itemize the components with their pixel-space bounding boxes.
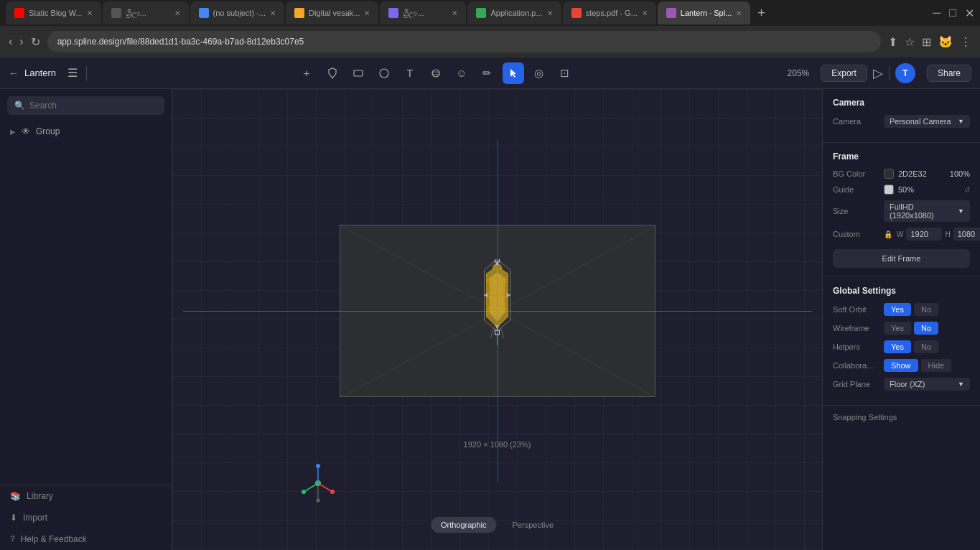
canvas-area[interactable]: 1920 × 1080 (23%) Orthographic (172, 89, 822, 550)
refresh-button[interactable]: ↻ (31, 35, 40, 49)
sidebar-item-group[interactable]: ▶ 👁 Group (0, 122, 172, 141)
wireframe-no-button[interactable]: No (914, 322, 938, 335)
path-tool-button[interactable]: ◎ (528, 62, 550, 84)
profile-icon[interactable]: 🐱 (938, 35, 953, 49)
app: ← Lantern ☰ + T ☺ ✏ (0, 57, 980, 550)
rectangle-tool-button[interactable] (347, 62, 369, 84)
tab-gpdf[interactable]: steps.pdf - G... ✕ (563, 1, 656, 24)
emoji-tool-button[interactable]: ☺ (451, 62, 472, 84)
back-to-projects-button[interactable]: ← (9, 67, 19, 79)
bg-color-swatch[interactable] (884, 169, 894, 179)
tab-digi[interactable]: Digital vesak... ✕ (286, 1, 379, 24)
tab-favicon-sinhala (111, 8, 121, 18)
new-tab-button[interactable]: + (752, 6, 771, 21)
camera-row: Camera Personal Camera ▼ (833, 115, 970, 128)
menu-dots-icon[interactable]: ⋮ (960, 35, 971, 49)
pen-tool-button[interactable]: ✏ (477, 62, 498, 84)
address-actions: ⬆ ☆ ⊞ 🐱 ⋮ (888, 35, 971, 49)
tab-favicon-yt (14, 8, 24, 18)
layer-icon: 👁 (22, 126, 30, 136)
hamburger-menu-icon[interactable]: ☰ (67, 66, 78, 80)
grid-plane-value: Floor (XZ) (890, 380, 925, 388)
tab-label-sinhala: ශ්‍රීලා... (126, 9, 146, 18)
url-bar[interactable]: app.spline.design/file/88ded1d1-ba3c-469… (47, 31, 881, 52)
wireframe-yes-button[interactable]: Yes (884, 322, 911, 335)
grid-plane-row: Grid Plane Floor (XZ) ▼ (833, 378, 970, 391)
tab-close-yt[interactable]: ✕ (87, 9, 93, 17)
orthographic-button[interactable]: Orthographic (431, 517, 497, 533)
perspective-lines (340, 225, 655, 396)
custom-row: Custom 🔒 W H (833, 228, 970, 241)
avatar: T (895, 63, 915, 83)
tab-close-lantern[interactable]: ✕ (736, 9, 742, 17)
collaborators-hide-button[interactable]: Hide (921, 359, 952, 372)
search-input[interactable] (29, 101, 157, 111)
forward-button[interactable]: › (19, 35, 23, 48)
bg-color-row: BG Color 2D2E32 100% (833, 169, 970, 179)
tab-sinhala2[interactable]: ශ්‍රීලා... ✕ (380, 1, 466, 24)
back-button[interactable]: ‹ (9, 35, 12, 48)
tab-close-gmail[interactable]: ✕ (270, 9, 276, 17)
library-item[interactable]: 📚 Library (0, 485, 172, 507)
import-item[interactable]: ⬇ Import (0, 507, 172, 528)
toolbar-divider (86, 66, 87, 80)
share-page-icon[interactable]: ⬆ (888, 35, 897, 49)
camera-dropdown[interactable]: Personal Camera ▼ (884, 115, 970, 128)
size-dropdown[interactable]: FullHD (1920x1080) ▼ (884, 200, 970, 222)
helpers-yes-button[interactable]: Yes (884, 340, 911, 353)
bookmark-icon[interactable]: ☆ (905, 35, 915, 49)
tab-close-digi[interactable]: ✕ (364, 9, 370, 17)
tab-gapp[interactable]: Application.p... ✕ (467, 1, 561, 24)
frame-tool-button[interactable]: ⊡ (554, 62, 576, 84)
help-icon: ? (10, 534, 15, 544)
transform-tool-button[interactable] (322, 62, 343, 84)
tab-sinhala[interactable]: ශ්‍රීලා... ✕ (103, 1, 189, 24)
tab-yt[interactable]: Static Blog W... ✕ (6, 1, 101, 24)
export-button[interactable]: Export (821, 65, 867, 82)
play-button[interactable]: ▷ (873, 65, 883, 81)
width-input[interactable] (906, 228, 942, 241)
close-window-button[interactable]: ✕ (965, 6, 974, 20)
reset-icon[interactable]: ↺ (964, 186, 970, 194)
select-tool-button[interactable] (503, 62, 524, 84)
sidebar-footer: 📚 Library ⬇ Import ? Help & Feedback (0, 485, 172, 550)
extension-icon[interactable]: ⊞ (922, 35, 931, 49)
lock-icon[interactable]: 🔒 (884, 230, 892, 238)
tab-lantern[interactable]: Lantern · Spl... ✕ (658, 1, 751, 24)
tab-label-sinhala2: ශ්‍රීලා... (403, 9, 424, 18)
search-icon: 🔍 (14, 101, 25, 111)
ellipse-tool-button[interactable] (373, 62, 395, 84)
tab-close-sinhala2[interactable]: ✕ (452, 9, 457, 17)
soft-orbit-yes-button[interactable]: Yes (884, 303, 911, 316)
svg-line-27 (340, 312, 498, 396)
height-input[interactable] (953, 228, 980, 241)
helpers-no-button[interactable]: No (914, 340, 938, 353)
chevron-down-icon: ▼ (958, 118, 964, 125)
svg-line-32 (304, 483, 318, 492)
project-title: Lantern (24, 67, 56, 78)
svg-point-2 (432, 70, 439, 77)
camera-label: Camera (833, 117, 879, 126)
browser-chrome: Static Blog W... ✕ ශ්‍රීලා... ✕ (no subj… (0, 0, 980, 57)
help-item[interactable]: ? Help & Feedback (0, 528, 172, 550)
tab-close-gpdf[interactable]: ✕ (642, 9, 648, 17)
edit-frame-button[interactable]: Edit Frame (833, 249, 970, 268)
snapping-settings-header: Snapping Settings (823, 406, 980, 429)
tab-close-gapp[interactable]: ✕ (547, 9, 553, 17)
perspective-button[interactable]: Perspective (503, 517, 564, 533)
collaborators-show-button[interactable]: Show (884, 359, 918, 372)
grid-plane-dropdown[interactable]: Floor (XZ) ▼ (884, 378, 970, 391)
guide-color-swatch[interactable] (884, 185, 894, 195)
add-tool-button[interactable]: + (296, 62, 317, 84)
toolbar-right-divider (889, 66, 890, 80)
tab-close-sinhala[interactable]: ✕ (174, 9, 180, 17)
soft-orbit-no-button[interactable]: No (914, 303, 938, 316)
minimize-button[interactable]: ─ (933, 6, 941, 19)
share-button[interactable]: Share (927, 65, 971, 82)
maximize-button[interactable]: □ (949, 6, 956, 19)
collaborators-label: Collabora... (833, 361, 879, 370)
text-tool-button[interactable]: T (399, 62, 421, 84)
sphere-tool-button[interactable] (425, 62, 447, 84)
svg-point-37 (316, 499, 319, 503)
tab-gmail[interactable]: (no subject) -... ✕ (190, 1, 284, 24)
